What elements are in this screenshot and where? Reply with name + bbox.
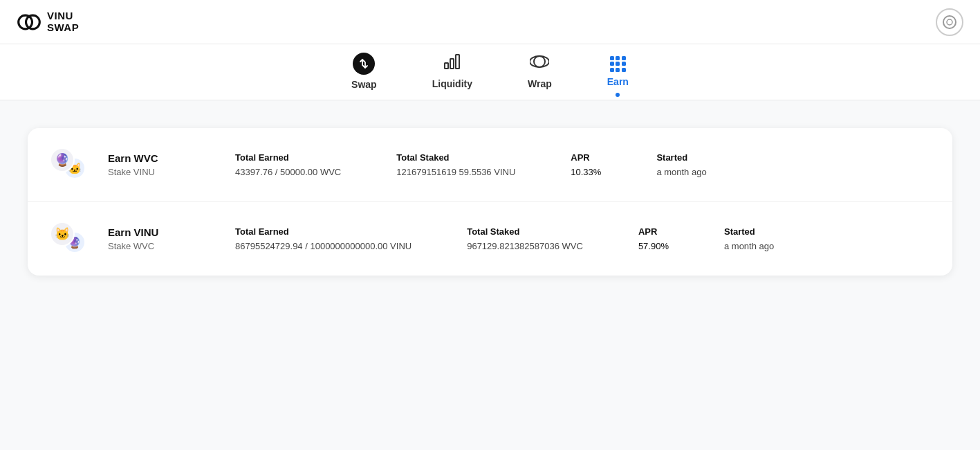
- main-content: 🔮 🐱 Earn WVC Stake VINU Total Earned 433…: [0, 100, 980, 303]
- token-icon-primary: 🔮: [50, 147, 75, 172]
- started-label: Started: [656, 152, 706, 163]
- apr-value: 57.90%: [638, 241, 669, 251]
- started-value: a month ago: [724, 241, 774, 251]
- stats-group: Total Earned 43397.76 / 50000.00 WVC Tot…: [235, 152, 930, 177]
- total-staked-stat: Total Staked 121679151619 59.5536 VINU: [396, 152, 515, 177]
- total-staked-label: Total Staked: [467, 226, 583, 237]
- svg-rect-4: [445, 63, 448, 69]
- svg-point-7: [534, 56, 545, 67]
- token-icon-primary: 🐱: [50, 222, 75, 246]
- total-staked-value: 121679151619 59.5536 VINU: [396, 167, 515, 177]
- header: VINU SWAP: [0, 0, 980, 44]
- started-stat: Started a month ago: [724, 226, 774, 251]
- pool-info-wvc: Earn WVC Stake VINU: [108, 152, 219, 177]
- main-nav: Swap Liquidity Wrap: [0, 44, 980, 100]
- apr-stat: APR 10.33%: [571, 152, 601, 177]
- svg-rect-6: [456, 55, 459, 69]
- nav-label-swap: Swap: [351, 79, 377, 90]
- total-earned-label: Total Earned: [235, 226, 412, 237]
- svg-point-3: [947, 19, 952, 25]
- svg-point-8: [530, 56, 549, 67]
- nav-item-earn[interactable]: Earn: [607, 56, 629, 97]
- total-staked-label: Total Staked: [396, 152, 515, 163]
- pool-subtitle: Stake WVC: [108, 241, 219, 251]
- total-earned-stat: Total Earned 86795524729.94 / 1000000000…: [235, 226, 412, 251]
- started-stat: Started a month ago: [656, 152, 706, 177]
- started-label: Started: [724, 226, 774, 237]
- apr-label: APR: [638, 226, 669, 237]
- svg-rect-5: [450, 59, 454, 69]
- svg-point-2: [943, 16, 956, 28]
- total-earned-value: 86795524729.94 / 1000000000000.00 VINU: [235, 241, 412, 251]
- header-right: [936, 8, 963, 36]
- logo-icon: [17, 10, 41, 35]
- stats-group: Total Earned 86795524729.94 / 1000000000…: [235, 226, 930, 251]
- logo: VINU SWAP: [17, 10, 79, 35]
- nav-item-swap[interactable]: Swap: [351, 53, 377, 100]
- pool-info-vinu: Earn VINU Stake WVC: [108, 226, 219, 251]
- total-earned-label: Total Earned: [235, 152, 341, 163]
- connect-wallet-button[interactable]: [936, 8, 963, 36]
- apr-stat: APR 57.90%: [638, 226, 669, 251]
- table-row[interactable]: 🐱 🔮 Earn VINU Stake WVC Total Earned 867…: [28, 201, 952, 276]
- pool-title: Earn WVC: [108, 152, 219, 164]
- nav-item-wrap[interactable]: Wrap: [528, 53, 552, 99]
- token-icons-wvc: 🔮 🐱: [50, 147, 91, 182]
- apr-label: APR: [571, 152, 601, 163]
- liquidity-icon: [443, 53, 461, 74]
- staking-card: 🔮 🐱 Earn WVC Stake VINU Total Earned 433…: [28, 128, 952, 276]
- earn-icon: [610, 56, 626, 72]
- logo-text: VINU SWAP: [47, 10, 79, 33]
- total-earned-stat: Total Earned 43397.76 / 50000.00 WVC: [235, 152, 341, 177]
- swap-icon: [353, 53, 375, 75]
- nav-item-liquidity[interactable]: Liquidity: [432, 53, 472, 99]
- wrap-icon: [530, 53, 549, 74]
- pool-title: Earn VINU: [108, 226, 219, 238]
- total-staked-value: 967129.821382587036 WVC: [467, 241, 583, 251]
- token-icons-vinu: 🐱 🔮: [50, 222, 91, 256]
- pool-subtitle: Stake VINU: [108, 167, 219, 177]
- started-value: a month ago: [656, 167, 706, 177]
- nav-label-liquidity: Liquidity: [432, 78, 472, 89]
- apr-value: 10.33%: [571, 167, 601, 177]
- total-earned-value: 43397.76 / 50000.00 WVC: [235, 167, 341, 177]
- table-row[interactable]: 🔮 🐱 Earn WVC Stake VINU Total Earned 433…: [28, 128, 952, 201]
- nav-label-wrap: Wrap: [528, 78, 552, 89]
- total-staked-stat: Total Staked 967129.821382587036 WVC: [467, 226, 583, 251]
- nav-label-earn: Earn: [607, 76, 629, 87]
